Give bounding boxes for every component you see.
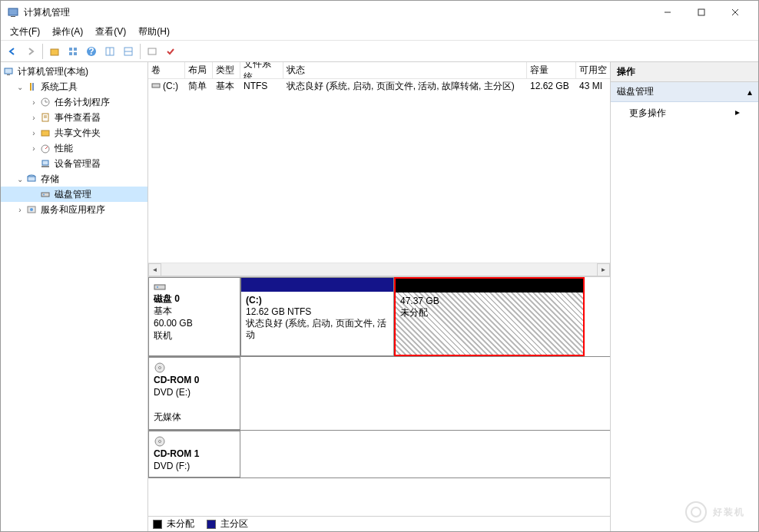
tb-icon-2[interactable] bbox=[65, 43, 81, 60]
menu-file[interactable]: 文件(F) bbox=[4, 24, 46, 40]
volume-row[interactable]: (C:) 简单 基本 NTFS 状态良好 (系统, 启动, 页面文件, 活动, … bbox=[148, 79, 610, 93]
device-icon bbox=[39, 157, 51, 170]
svg-rect-20 bbox=[30, 83, 31, 91]
tree-storage[interactable]: ⌄ 存储 bbox=[1, 171, 147, 187]
clock-icon bbox=[39, 96, 51, 108]
legend-label-primary: 主分区 bbox=[220, 517, 248, 530]
col-fs[interactable]: 文件系统 bbox=[240, 62, 283, 78]
col-volume[interactable]: 卷 bbox=[148, 62, 185, 78]
volume-header-row: 卷 布局 类型 文件系统 状态 容量 可用空 bbox=[148, 62, 610, 79]
col-status[interactable]: 状态 bbox=[283, 62, 527, 78]
cdrom-icon bbox=[154, 436, 235, 447]
tree-task-scheduler[interactable]: › 任务计划程序 bbox=[1, 94, 147, 110]
disk-icon bbox=[154, 283, 235, 292]
tb-icon-7[interactable] bbox=[162, 43, 179, 60]
svg-rect-0 bbox=[8, 8, 18, 15]
svg-rect-6 bbox=[51, 49, 58, 55]
disk-info-cdrom1[interactable]: CD-ROM 1 DVD (F:) bbox=[148, 431, 240, 477]
back-button[interactable] bbox=[4, 43, 21, 60]
close-button[interactable] bbox=[718, 2, 752, 23]
tree-device-manager[interactable]: 设备管理器 bbox=[1, 156, 147, 171]
event-icon bbox=[39, 111, 51, 124]
scroll-right-button[interactable]: ► bbox=[597, 263, 610, 276]
toolbar: ? bbox=[1, 41, 758, 62]
svg-rect-34 bbox=[28, 177, 35, 181]
horizontal-scrollbar[interactable]: ◄ ► bbox=[148, 263, 610, 276]
caret-right-icon[interactable]: › bbox=[15, 206, 25, 214]
tree-shared-folders[interactable]: › 共享文件夹 bbox=[1, 125, 147, 140]
legend-swatch-primary bbox=[207, 520, 216, 529]
svg-line-30 bbox=[45, 147, 48, 149]
svg-rect-18 bbox=[5, 68, 12, 74]
svg-rect-17 bbox=[148, 48, 156, 55]
svg-rect-10 bbox=[74, 52, 77, 55]
services-icon bbox=[25, 203, 38, 216]
tb-icon-4[interactable] bbox=[101, 43, 118, 60]
tree-system-tools[interactable]: ⌄ 系统工具 bbox=[1, 79, 147, 94]
minimize-button[interactable] bbox=[651, 2, 684, 23]
menu-action[interactable]: 操作(A) bbox=[46, 24, 89, 40]
disk-row-cdrom0[interactable]: CD-ROM 0 DVD (E:) 无媒体 bbox=[148, 357, 610, 431]
disk-info-cdrom0[interactable]: CD-ROM 0 DVD (E:) 无媒体 bbox=[148, 357, 240, 430]
tree-services[interactable]: › 服务和应用程序 bbox=[1, 202, 147, 217]
tree-disk-management[interactable]: 磁盘管理 bbox=[1, 187, 147, 202]
col-capacity[interactable]: 容量 bbox=[527, 62, 576, 78]
svg-point-46 bbox=[686, 502, 706, 522]
disk-row-cdrom1[interactable]: CD-ROM 1 DVD (F:) bbox=[148, 431, 610, 478]
nav-tree[interactable]: 计算机管理(本地) ⌄ 系统工具 › 任务计划程序 › 事件查看器 › 共享文件… bbox=[1, 62, 148, 531]
menubar: 文件(F) 操作(A) 查看(V) 帮助(H) bbox=[1, 24, 758, 41]
svg-rect-35 bbox=[41, 193, 49, 197]
svg-rect-9 bbox=[69, 52, 72, 55]
col-free[interactable]: 可用空 bbox=[576, 62, 610, 78]
disk-row-0[interactable]: 磁盘 0 基本 60.00 GB 联机 (C:) 12.62 GB NTFS 状… bbox=[148, 277, 610, 357]
svg-rect-19 bbox=[7, 74, 10, 75]
menu-help[interactable]: 帮助(H) bbox=[132, 24, 176, 40]
legend-swatch-unalloc bbox=[153, 520, 162, 529]
svg-rect-28 bbox=[41, 131, 49, 136]
folder-icon bbox=[39, 127, 51, 139]
partition-unallocated[interactable]: 47.37 GB 未分配 bbox=[394, 277, 585, 356]
col-layout[interactable]: 布局 bbox=[185, 62, 213, 78]
tb-icon-5[interactable] bbox=[120, 43, 137, 60]
chevron-right-icon: ▸ bbox=[735, 107, 740, 120]
collapse-icon: ▴ bbox=[747, 87, 752, 97]
tree-performance[interactable]: › 性能 bbox=[1, 140, 147, 156]
svg-rect-3 bbox=[698, 9, 704, 15]
maximize-button[interactable] bbox=[684, 2, 718, 23]
caret-right-icon[interactable]: › bbox=[28, 129, 39, 137]
watermark: 好装机 bbox=[684, 500, 745, 524]
partition-header bbox=[241, 278, 393, 292]
partition-c[interactable]: (C:) 12.62 GB NTFS 状态良好 (系统, 启动, 页面文件, 活… bbox=[240, 277, 394, 356]
menu-view[interactable]: 查看(V) bbox=[89, 24, 132, 40]
disk-info-0[interactable]: 磁盘 0 基本 60.00 GB 联机 bbox=[148, 277, 240, 356]
col-type[interactable]: 类型 bbox=[213, 62, 240, 78]
cdrom-icon bbox=[154, 362, 235, 373]
app-icon bbox=[7, 6, 19, 18]
disk-graphical-view: 磁盘 0 基本 60.00 GB 联机 (C:) 12.62 GB NTFS 状… bbox=[148, 277, 610, 516]
caret-right-icon[interactable]: › bbox=[28, 114, 39, 122]
tb-icon-6[interactable] bbox=[144, 43, 161, 60]
tb-help-icon[interactable]: ? bbox=[83, 43, 100, 60]
caret-right-icon[interactable]: › bbox=[28, 98, 39, 107]
actions-header: 操作 bbox=[611, 62, 758, 82]
svg-rect-31 bbox=[42, 160, 48, 165]
titlebar: 计算机管理 bbox=[1, 1, 758, 24]
caret-down-icon[interactable]: ⌄ bbox=[15, 83, 25, 91]
computer-icon bbox=[2, 65, 15, 78]
caret-down-icon[interactable]: ⌄ bbox=[15, 175, 25, 183]
svg-rect-32 bbox=[41, 166, 49, 167]
caret-right-icon[interactable]: › bbox=[28, 144, 39, 153]
actions-section-disk[interactable]: 磁盘管理 ▴ bbox=[611, 82, 758, 102]
tb-icon-1[interactable] bbox=[46, 43, 63, 60]
disk-icon bbox=[39, 188, 51, 200]
svg-rect-21 bbox=[32, 83, 34, 91]
svg-rect-7 bbox=[69, 48, 72, 51]
svg-point-45 bbox=[159, 441, 161, 443]
forward-button[interactable] bbox=[22, 43, 39, 60]
tree-event-viewer[interactable]: › 事件查看器 bbox=[1, 110, 147, 125]
tree-root[interactable]: 计算机管理(本地) bbox=[1, 64, 147, 79]
svg-point-43 bbox=[159, 367, 161, 369]
actions-more[interactable]: 更多操作 ▸ bbox=[611, 102, 758, 124]
scroll-left-button[interactable]: ◄ bbox=[148, 263, 161, 276]
svg-rect-39 bbox=[152, 84, 160, 88]
